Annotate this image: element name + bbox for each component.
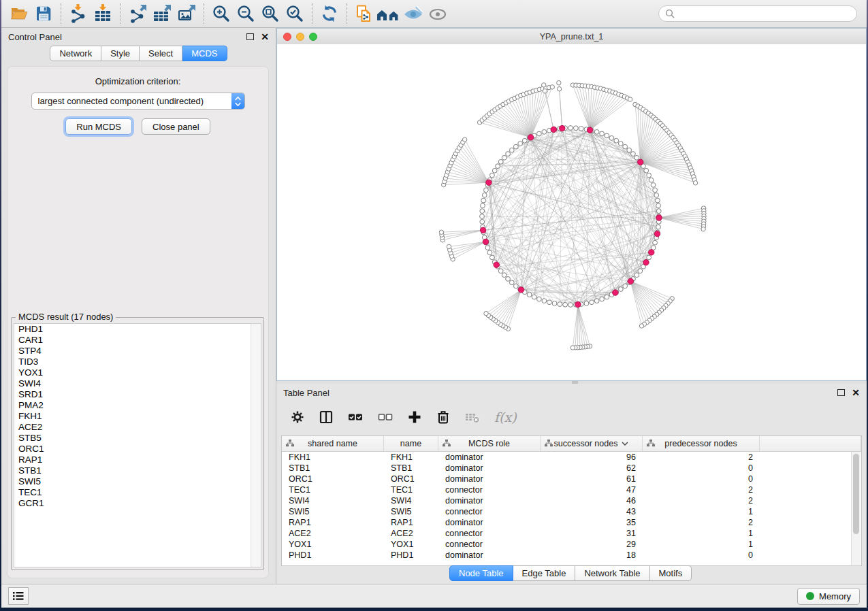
search-input[interactable] (679, 8, 850, 20)
table-cell: 2 (643, 495, 760, 506)
mcds-node-item[interactable]: ACE2 (14, 422, 261, 433)
close-table-panel-icon[interactable]: ✕ (852, 388, 860, 397)
table-toolbar: f(x) (276, 401, 867, 433)
show-all-icon[interactable] (425, 2, 450, 25)
table-cell: 47 (541, 484, 643, 495)
tab-motifs[interactable]: Motifs (650, 565, 692, 581)
open-file-icon[interactable] (7, 2, 31, 25)
mcds-node-item[interactable]: GCR1 (14, 498, 261, 509)
import-table-icon[interactable] (91, 2, 115, 25)
table-row[interactable]: TEC1TEC1connector472 (282, 484, 861, 495)
table-row[interactable]: YOX1YOX1connector291 (282, 539, 861, 550)
list-scrollbar[interactable] (251, 324, 261, 567)
mcds-node-item[interactable]: FKH1 (14, 411, 261, 422)
table-cell: connector (438, 484, 541, 495)
export-image-icon[interactable] (174, 2, 199, 25)
table-row[interactable]: RAP1RAP1dominator352 (282, 517, 861, 528)
table-settings-icon[interactable] (290, 410, 305, 425)
tab-style[interactable]: Style (101, 46, 140, 61)
mcds-node-item[interactable]: CAR1 (14, 335, 261, 346)
mcds-node-item[interactable]: TEC1 (14, 487, 261, 498)
table-row[interactable]: STB1STB1dominator620 (282, 463, 861, 474)
table-cell: TEC1 (384, 484, 438, 495)
column-header-predecessor-nodes[interactable]: predecessor nodes (643, 436, 760, 451)
tab-mcds[interactable]: MCDS (182, 46, 227, 61)
table-cell: dominator (438, 517, 541, 528)
eye-slash-glyph (403, 4, 423, 23)
table-row[interactable]: SWI4SWI4dominator462 (282, 495, 861, 506)
search-field[interactable] (658, 5, 857, 22)
toolbar-separator (204, 3, 204, 24)
criterion-dropdown[interactable]: largest connected component (undirected) (31, 93, 245, 110)
delete-columns-icon[interactable] (436, 410, 451, 425)
node-table[interactable]: shared namenameMCDS rolesuccessor nodesp… (281, 435, 862, 566)
export-network-glyph (128, 4, 147, 23)
float-panel-icon[interactable] (246, 33, 254, 40)
mcds-node-item[interactable]: ORC1 (14, 444, 261, 455)
table-row[interactable]: SWI5SWI5connector431 (282, 506, 861, 517)
refresh-view-icon[interactable] (317, 2, 342, 25)
deselect-all-rows-icon[interactable] (377, 410, 393, 425)
import-network-icon[interactable] (66, 2, 91, 25)
delete-table-icon[interactable] (464, 410, 481, 425)
table-row[interactable]: FKH1FKH1dominator962 (282, 452, 861, 463)
show-columns-icon[interactable] (319, 410, 334, 425)
table-row[interactable]: PHD1PHD1dominator180 (282, 550, 861, 561)
table-row[interactable]: ACE2ACE2connector311 (282, 528, 861, 539)
hide-selected-icon[interactable] (401, 2, 425, 25)
tab-node-table[interactable]: Node Table (449, 565, 513, 581)
zoom-in-icon[interactable] (209, 2, 234, 25)
table-cell: dominator (438, 474, 541, 484)
scrollbar-thumb[interactable] (853, 454, 859, 534)
mcds-node-item[interactable]: SWI4 (14, 378, 261, 389)
table-cell: PHD1 (282, 550, 384, 561)
memory-button[interactable]: Memory (797, 588, 860, 605)
tab-select[interactable]: Select (140, 46, 182, 61)
add-column-icon[interactable] (407, 410, 422, 425)
first-neighbors-icon[interactable] (376, 2, 401, 25)
save-session-icon[interactable] (31, 2, 56, 25)
task-history-icon[interactable] (8, 587, 29, 605)
tab-network-table[interactable]: Network Table (575, 565, 649, 581)
tab-edge-table[interactable]: Edge Table (513, 565, 576, 581)
apply-function-icon[interactable]: f(x) (494, 410, 517, 425)
close-panel-button[interactable]: Close panel (142, 118, 210, 135)
toolbar-separator (61, 3, 61, 24)
table-row[interactable]: ORC1ORC1dominator610 (282, 474, 861, 484)
zoom-selected-icon[interactable] (283, 2, 307, 25)
mcds-node-item[interactable]: RAP1 (14, 455, 261, 465)
column-header-name[interactable]: name (384, 436, 438, 451)
zoom-fit-icon[interactable] (258, 2, 283, 25)
mcds-node-item[interactable]: PHD1 (14, 324, 261, 335)
column-header-shared-name[interactable]: shared name (282, 436, 384, 451)
tab-network[interactable]: Network (50, 46, 101, 61)
zoom-out-icon[interactable] (234, 2, 258, 25)
mcds-node-item[interactable]: TID3 (14, 357, 261, 367)
run-mcds-button[interactable]: Run MCDS (65, 118, 132, 135)
table-scrollbar[interactable] (851, 452, 861, 565)
table-cell: 1 (643, 539, 760, 550)
folder-icon (10, 4, 29, 23)
select-all-rows-icon[interactable] (347, 410, 364, 425)
export-network-icon[interactable] (125, 2, 150, 25)
mcds-result-list[interactable]: PHD1CAR1STP4TID3YOX1SWI4SRD1PMA2FKH1ACE2… (14, 323, 261, 567)
control-panel: Control Panel ✕ NetworkStyleSelectMCDS O… (1, 28, 276, 584)
table-cell: 0 (643, 550, 760, 561)
mcds-node-item[interactable]: SRD1 (14, 389, 261, 400)
mcds-node-item[interactable]: STB5 (14, 433, 261, 444)
mcds-node-item[interactable]: STB1 (14, 465, 261, 476)
export-table-glyph (152, 4, 172, 23)
export-table-icon[interactable] (150, 2, 174, 25)
close-panel-icon[interactable]: ✕ (261, 32, 269, 42)
column-header-mcds-role[interactable]: MCDS role (438, 436, 541, 451)
duplicate-network-icon[interactable] (352, 2, 376, 25)
column-header-successor-nodes[interactable]: successor nodes (541, 436, 643, 451)
mcds-node-item[interactable]: SWI5 (14, 476, 261, 487)
mcds-node-item[interactable]: STP4 (14, 346, 261, 357)
mcds-node-item[interactable]: YOX1 (14, 367, 261, 378)
float-table-panel-icon[interactable] (837, 389, 845, 396)
network-canvas[interactable] (277, 44, 866, 380)
network-graph[interactable] (277, 44, 866, 380)
network-title-bar: YPA_prune.txt_1 (277, 29, 866, 45)
mcds-node-item[interactable]: PMA2 (14, 400, 261, 411)
